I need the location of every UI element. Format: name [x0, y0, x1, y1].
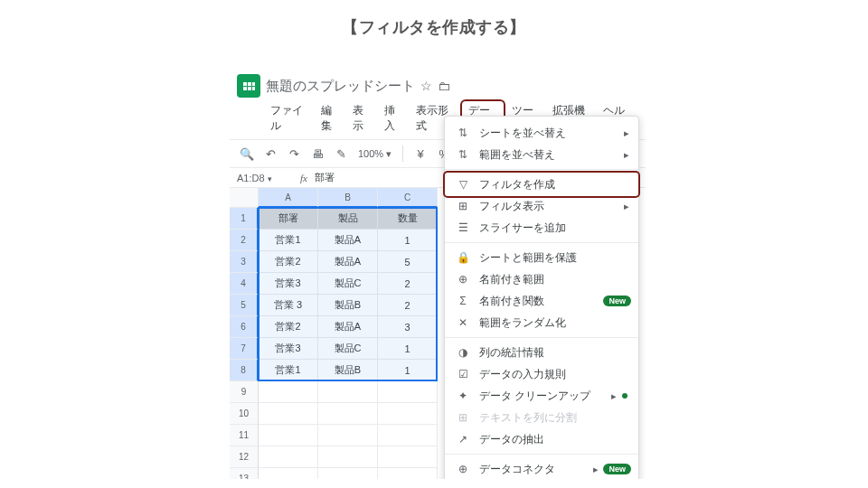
- menu-ファイル[interactable]: ファイル: [264, 99, 315, 137]
- menu-item-icon: ⊕: [456, 273, 470, 286]
- empty-cell[interactable]: [259, 425, 318, 446]
- name-box[interactable]: A1:D8 ▾: [237, 173, 293, 183]
- row-header-9[interactable]: 9: [230, 381, 259, 403]
- menu-item-7[interactable]: 🔒シートと範囲を保護: [445, 247, 638, 268]
- row-header-5[interactable]: 5: [230, 295, 259, 316]
- row-header-13[interactable]: 13: [230, 468, 259, 479]
- row-header-3[interactable]: 3: [230, 251, 259, 273]
- table-cell[interactable]: 営業2: [259, 251, 318, 273]
- row-header-8[interactable]: 8: [230, 360, 259, 381]
- currency-button[interactable]: ¥: [410, 144, 430, 164]
- menu-item-10[interactable]: ✕範囲をランダム化: [445, 312, 638, 333]
- menu-item-14[interactable]: ✦データ クリーンアップ▸: [445, 385, 638, 407]
- star-icon[interactable]: ☆: [420, 79, 432, 93]
- menu-item-label: データコネクタ: [479, 462, 555, 477]
- empty-cell[interactable]: [378, 446, 438, 468]
- menu-item-5[interactable]: ☰スライサーを追加: [445, 217, 638, 239]
- table-cell[interactable]: 製品C: [318, 338, 378, 360]
- table-cell[interactable]: 営業3: [259, 338, 318, 360]
- fx-icon: fx: [300, 173, 307, 183]
- menu-item-9[interactable]: Σ名前付き関数New: [445, 290, 638, 312]
- row-header-12[interactable]: 12: [230, 446, 259, 468]
- table-cell[interactable]: 2: [378, 273, 438, 295]
- empty-cell[interactable]: [318, 403, 378, 425]
- menu-編集[interactable]: 編集: [315, 99, 346, 137]
- menu-item-icon: ⊞: [456, 200, 470, 212]
- table-header-cell[interactable]: 部署: [259, 208, 318, 230]
- table-cell[interactable]: 5: [378, 251, 438, 273]
- document-title[interactable]: 無題のスプレッドシート: [266, 78, 415, 95]
- row-header-11[interactable]: 11: [230, 425, 259, 446]
- empty-cell[interactable]: [378, 403, 438, 425]
- menu-挿入[interactable]: 挿入: [378, 99, 410, 137]
- table-cell[interactable]: 1: [378, 338, 438, 360]
- new-badge: New: [603, 296, 631, 306]
- row-header-6[interactable]: 6: [230, 316, 259, 338]
- empty-cell[interactable]: [259, 468, 318, 479]
- menu-item-1[interactable]: ⇅範囲を並べ替え▸: [445, 144, 638, 165]
- menu-item-16[interactable]: ↗データの抽出: [445, 428, 638, 450]
- search-icon[interactable]: 🔍: [237, 144, 257, 164]
- menu-item-13[interactable]: ☑データの入力規則: [445, 363, 638, 385]
- paint-format-icon[interactable]: ✎: [331, 144, 351, 164]
- menu-item-12[interactable]: ◑列の統計情報: [445, 342, 638, 363]
- select-all-corner[interactable]: [230, 188, 259, 208]
- col-header-B[interactable]: B: [318, 188, 378, 208]
- menu-item-label: フィルタを作成: [479, 177, 555, 192]
- menu-item-label: 範囲をランダム化: [479, 315, 566, 331]
- table-cell[interactable]: 営業 3: [259, 295, 318, 316]
- zoom-select[interactable]: 100% ▾: [354, 148, 395, 160]
- table-cell[interactable]: 1: [378, 230, 438, 251]
- row-header-2[interactable]: 2: [230, 230, 259, 251]
- empty-cell[interactable]: [318, 425, 378, 446]
- row-header-1[interactable]: 1: [230, 208, 259, 230]
- table-cell[interactable]: 3: [378, 316, 438, 338]
- menu-separator: [445, 454, 638, 455]
- table-cell[interactable]: 営業2: [259, 316, 318, 338]
- row-header-4[interactable]: 4: [230, 273, 259, 295]
- table-cell[interactable]: 1: [378, 360, 438, 381]
- empty-cell[interactable]: [259, 381, 318, 403]
- formula-input[interactable]: 部署: [315, 171, 335, 184]
- menu-item-4[interactable]: ⊞フィルタ表示▸: [445, 195, 638, 217]
- table-cell[interactable]: 製品A: [318, 316, 378, 338]
- empty-cell[interactable]: [378, 425, 438, 446]
- table-cell[interactable]: 製品A: [318, 251, 378, 273]
- menu-item-8[interactable]: ⊕名前付き範囲: [445, 268, 638, 290]
- menu-item-18[interactable]: ⊕データコネクタNew▸: [445, 458, 638, 479]
- empty-cell[interactable]: [318, 381, 378, 403]
- submenu-arrow-icon: ▸: [624, 127, 629, 139]
- table-header-cell[interactable]: 数量: [378, 208, 438, 230]
- empty-cell[interactable]: [318, 468, 378, 479]
- empty-cell[interactable]: [318, 446, 378, 468]
- redo-icon[interactable]: ↷: [284, 144, 304, 164]
- table-header-cell[interactable]: 製品: [318, 208, 378, 230]
- table-cell[interactable]: 営業1: [259, 360, 318, 381]
- table-cell[interactable]: 製品C: [318, 273, 378, 295]
- menu-item-label: データの入力規則: [479, 367, 566, 382]
- table-cell[interactable]: 製品B: [318, 360, 378, 381]
- table-cell[interactable]: 営業3: [259, 273, 318, 295]
- table-cell[interactable]: 営業1: [259, 230, 318, 251]
- menu-item-0[interactable]: ⇅シートを並べ替え▸: [445, 122, 638, 144]
- row-header-10[interactable]: 10: [230, 403, 259, 425]
- move-folder-icon[interactable]: 🗀: [438, 79, 450, 93]
- empty-cell[interactable]: [259, 403, 318, 425]
- empty-cell[interactable]: [259, 446, 318, 468]
- col-header-A[interactable]: A: [259, 188, 318, 208]
- undo-icon[interactable]: ↶: [260, 144, 280, 164]
- menu-表示[interactable]: 表示: [346, 99, 378, 137]
- submenu-arrow-icon: ▸: [611, 390, 617, 402]
- empty-cell[interactable]: [378, 381, 438, 403]
- page-heading: 【フィルタを作成する】: [0, 0, 868, 38]
- print-icon[interactable]: 🖶: [307, 144, 327, 164]
- menu-separator: [445, 242, 638, 243]
- table-cell[interactable]: 製品A: [318, 230, 378, 251]
- empty-cell[interactable]: [378, 468, 438, 479]
- table-cell[interactable]: 2: [378, 295, 438, 316]
- menu-item-3[interactable]: ▽フィルタを作成: [445, 174, 638, 195]
- row-header-7[interactable]: 7: [230, 338, 259, 360]
- menu-separator: [445, 337, 638, 338]
- table-cell[interactable]: 製品B: [318, 295, 378, 316]
- col-header-C[interactable]: C: [378, 188, 438, 208]
